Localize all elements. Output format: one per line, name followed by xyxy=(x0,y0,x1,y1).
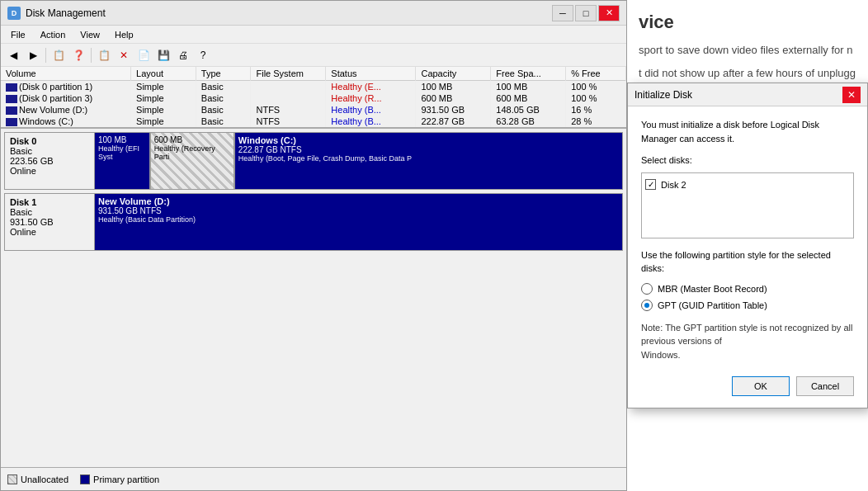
mbr-option[interactable]: MBR (Master Boot Record) xyxy=(641,282,854,296)
col-filesystem[interactable]: File System xyxy=(251,67,326,81)
copy-button[interactable]: 📋 xyxy=(95,46,113,64)
disk-2-label: Disk 2 xyxy=(661,178,686,192)
cell-status: Healthy (B... xyxy=(326,116,416,127)
disk-partitions: 100 MB Healthy (EFI Syst600 MB Healthy (… xyxy=(95,132,623,190)
partition[interactable]: 100 MB Healthy (EFI Syst xyxy=(95,133,151,189)
disk-list-item-0[interactable]: Disk 2 xyxy=(645,177,850,194)
content-area: Volume Layout Type File System Status Ca… xyxy=(1,67,626,490)
cell-layout: Simple xyxy=(131,104,196,116)
close-button[interactable]: ✕ xyxy=(598,5,620,21)
col-pctfree[interactable]: % Free xyxy=(566,67,626,81)
cell-filesystem xyxy=(251,92,326,104)
dialog-buttons: OK Cancel xyxy=(641,373,854,396)
maximize-button[interactable]: □ xyxy=(575,5,597,21)
col-capacity[interactable]: Capacity xyxy=(416,67,491,81)
table-row[interactable]: Windows (C:)SimpleBasicNTFSHealthy (B...… xyxy=(1,116,626,127)
cancel-button[interactable]: Cancel xyxy=(796,376,854,396)
menu-help[interactable]: Help xyxy=(108,28,140,41)
disk-size: 223.56 GB xyxy=(10,156,89,166)
menu-view[interactable]: View xyxy=(73,28,106,41)
gpt-radio[interactable] xyxy=(641,300,653,311)
volume-icon xyxy=(6,83,17,92)
cell-pctfree: 100 % xyxy=(566,81,626,93)
disk-management-window: D Disk Management ─ □ ✕ File Action View… xyxy=(0,0,627,491)
legend-unallocated: Unallocated xyxy=(7,474,68,484)
legend-unallocated-label: Unallocated xyxy=(21,474,68,484)
cell-freespace: 148.05 GB xyxy=(491,104,566,116)
cell-volume: New Volume (D:) xyxy=(1,104,131,116)
cell-filesystem: NTFS xyxy=(251,116,326,127)
col-status[interactable]: Status xyxy=(326,67,416,81)
cell-type: Basic xyxy=(196,116,251,127)
cell-filesystem xyxy=(251,81,326,93)
partition-name: Windows (C:) xyxy=(238,135,619,145)
new-button[interactable]: 📄 xyxy=(134,46,153,64)
disk-size: 931.50 GB xyxy=(10,217,89,227)
table-row[interactable]: (Disk 0 partition 1)SimpleBasicHealthy (… xyxy=(1,81,626,93)
help-button[interactable]: ❓ xyxy=(69,46,87,64)
cell-freespace: 600 MB xyxy=(491,92,566,104)
cell-pctfree: 100 % xyxy=(566,92,626,104)
disk-row: Disk 1 Basic 931.50 GB OnlineNew Volume … xyxy=(4,193,623,251)
cell-filesystem: NTFS xyxy=(251,104,326,116)
cell-type: Basic xyxy=(196,104,251,116)
delete-button[interactable]: ✕ xyxy=(115,46,133,64)
minimize-button[interactable]: ─ xyxy=(552,5,573,21)
disk-visual-area: Disk 0 Basic 223.56 GB Online100 MB Heal… xyxy=(1,129,626,490)
back-button[interactable]: ◀ xyxy=(4,46,22,64)
partition[interactable]: Windows (C:) 222.87 GB NTFS Healthy (Boo… xyxy=(235,133,622,189)
col-type[interactable]: Type xyxy=(196,67,251,81)
cell-capacity: 931.50 GB xyxy=(416,104,491,116)
forward-button[interactable]: ▶ xyxy=(24,46,42,64)
partition[interactable]: New Volume (D:) 931.50 GB NTFS Healthy (… xyxy=(95,194,622,250)
gpt-option[interactable]: GPT (GUID Partition Table) xyxy=(641,299,854,313)
dialog-note: Note: The GPT partition style is not rec… xyxy=(641,321,854,362)
partition-size: 100 MB xyxy=(98,135,146,144)
save-button[interactable]: 💾 xyxy=(154,46,172,64)
mbr-label: MBR (Master Boot Record) xyxy=(658,282,767,296)
title-bar-left: D Disk Management xyxy=(7,7,106,20)
separator-1 xyxy=(45,48,46,63)
partition-status: Healthy (Recovery Parti xyxy=(154,144,230,161)
col-volume[interactable]: Volume xyxy=(1,67,131,81)
cell-layout: Simple xyxy=(131,81,196,93)
legend-bar: Unallocated Primary partition xyxy=(1,467,626,490)
menu-action[interactable]: Action xyxy=(34,28,73,41)
legend-unallocated-icon xyxy=(7,474,17,484)
disk-list-box[interactable]: Disk 2 xyxy=(641,172,854,238)
cell-volume: Windows (C:) xyxy=(1,116,131,127)
partition-status: Healthy (Boot, Page File, Crash Dump, Ba… xyxy=(238,154,619,163)
cell-status: Healthy (B... xyxy=(326,104,416,116)
partition-style-options: MBR (Master Boot Record) GPT (GUID Parti… xyxy=(641,282,854,313)
gpt-label: GPT (GUID Partition Table) xyxy=(658,299,767,313)
mbr-radio[interactable] xyxy=(641,283,653,295)
cell-type: Basic xyxy=(196,81,251,93)
info-button[interactable]: ? xyxy=(194,46,212,64)
col-freespace[interactable]: Free Spa... xyxy=(491,67,566,81)
ok-button[interactable]: OK xyxy=(732,376,790,396)
webpage-area: vice sport to save down video files exte… xyxy=(627,0,868,491)
title-buttons: ─ □ ✕ xyxy=(552,5,620,21)
properties-button[interactable]: 📋 xyxy=(50,46,68,64)
volume-icon xyxy=(6,118,17,126)
disk-partitions: New Volume (D:) 931.50 GB NTFS Healthy (… xyxy=(95,193,623,251)
cell-status: Healthy (E... xyxy=(326,81,416,93)
partition[interactable]: 600 MB Healthy (Recovery Parti xyxy=(151,133,235,189)
disk-2-checkbox[interactable] xyxy=(645,179,656,190)
disk-status: Online xyxy=(10,227,89,237)
cell-pctfree: 16 % xyxy=(566,104,626,116)
menu-file[interactable]: File xyxy=(4,28,32,41)
partition-name: New Volume (D:) xyxy=(98,196,619,206)
print-button[interactable]: 🖨 xyxy=(174,46,192,64)
table-row[interactable]: New Volume (D:)SimpleBasicNTFSHealthy (B… xyxy=(1,104,626,116)
disk-id: Disk 0 xyxy=(10,136,89,146)
cell-pctfree: 28 % xyxy=(566,116,626,127)
cell-type: Basic xyxy=(196,92,251,104)
dialog-close-button[interactable]: ✕ xyxy=(842,87,861,103)
cell-freespace: 100 MB xyxy=(491,81,566,93)
disk-type: Basic xyxy=(10,207,89,217)
col-layout[interactable]: Layout xyxy=(131,67,196,81)
table-row[interactable]: (Disk 0 partition 3)SimpleBasicHealthy (… xyxy=(1,92,626,104)
cell-status: Healthy (R... xyxy=(326,92,416,104)
cell-capacity: 100 MB xyxy=(416,81,491,93)
